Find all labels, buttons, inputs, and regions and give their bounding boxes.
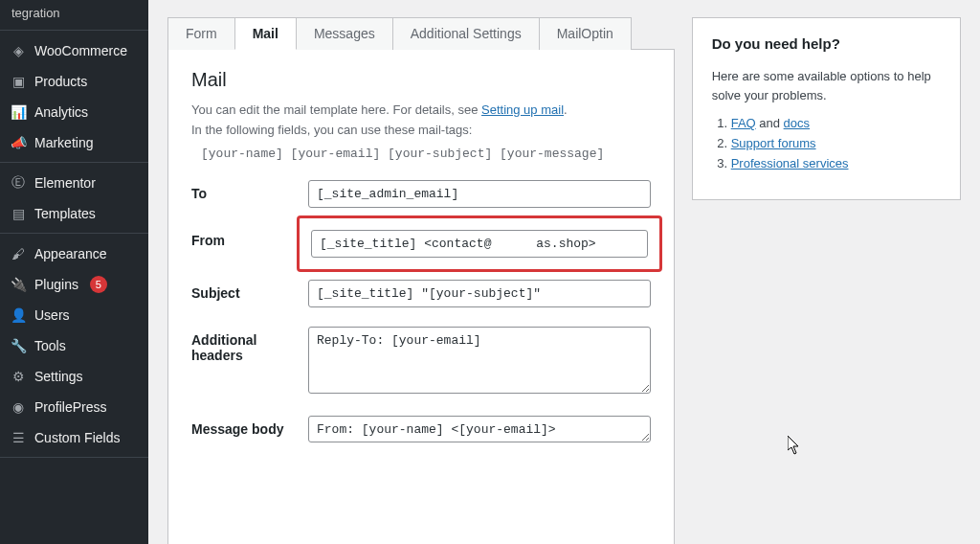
help-item-1: FAQ and docs <box>731 116 941 130</box>
mail-tags-display: [your-name] [your-email] [your-subject] … <box>201 147 651 161</box>
setting-up-mail-link[interactable]: Setting up mail <box>481 102 564 117</box>
to-input[interactable] <box>308 180 651 208</box>
elementor-icon: Ⓔ <box>10 174 27 192</box>
sidebar-separator <box>0 457 148 463</box>
appearance-icon: 🖌 <box>10 245 27 262</box>
sidebar-item-products[interactable]: ▣ Products <box>0 66 148 97</box>
tab-form[interactable]: Form <box>167 17 235 50</box>
sidebar-item-elementor[interactable]: Ⓔ Elementor <box>0 168 148 198</box>
to-label: To <box>191 180 308 201</box>
help-box-intro: Here are some available options to help … <box>712 67 941 104</box>
tab-mailoptin[interactable]: MailOptin <box>539 17 632 50</box>
tab-messages[interactable]: Messages <box>296 17 393 50</box>
sidebar-item-settings[interactable]: ⚙ Settings <box>0 361 148 392</box>
sidebar-item-label: Plugins <box>34 277 78 292</box>
sidebar-item-profilepress[interactable]: ◉ ProfilePress <box>0 392 148 422</box>
main-content: Form Mail Messages Additional Settings M… <box>148 0 980 544</box>
analytics-icon: 📊 <box>10 103 27 121</box>
faq-link[interactable]: FAQ <box>731 116 756 130</box>
sidebar-item-label: Custom Fields <box>34 430 120 445</box>
message-body-textarea[interactable]: From: [your-name] <[your-email]> <box>308 416 651 442</box>
from-highlight <box>297 215 662 272</box>
message-body-label: Message body <box>191 416 308 437</box>
sidebar-item-label: WooCommerce <box>34 43 127 58</box>
help-text-2: In the following fields, you can use the… <box>191 123 472 137</box>
sidebar-item-users[interactable]: 👤 Users <box>0 300 148 330</box>
help-text-1a: You can edit the mail template here. For… <box>191 102 481 117</box>
products-icon: ▣ <box>10 73 27 90</box>
sidebar-item-analytics[interactable]: 📊 Analytics <box>0 97 148 127</box>
mail-panel: Mail You can edit the mail template here… <box>167 49 675 544</box>
additional-headers-label: Additional headers <box>191 327 308 363</box>
woocommerce-icon: ◈ <box>10 42 27 59</box>
help-item-2: Support forums <box>731 136 941 150</box>
sidebar-item-label: Elementor <box>34 175 96 191</box>
subject-input[interactable] <box>308 280 651 307</box>
admin-sidebar: tegration ◈ WooCommerce ▣ Products 📊 Ana… <box>0 0 148 544</box>
help-item-3: Professional services <box>731 156 941 170</box>
users-icon: 👤 <box>10 306 27 324</box>
from-label: From <box>191 227 308 248</box>
form-row-message-body: Message body From: [your-name] <[your-em… <box>191 416 651 445</box>
panel-help-text: You can edit the mail template here. For… <box>191 101 651 141</box>
sidebar-item-appearance[interactable]: 🖌 Appearance <box>0 238 148 269</box>
tab-bar: Form Mail Messages Additional Settings M… <box>167 17 675 50</box>
sidebar-item-label: Settings <box>34 369 83 384</box>
additional-headers-textarea[interactable]: Reply-To: [your-email] <box>308 327 651 394</box>
sidebar-item-templates[interactable]: ▤ Templates <box>0 198 148 229</box>
help-box-list: FAQ and docs Support forums Professional… <box>712 116 941 170</box>
form-row-from: From <box>191 227 651 261</box>
sidebar-item-label: Users <box>34 307 70 323</box>
tab-mail[interactable]: Mail <box>234 17 297 50</box>
sidebar-item-label: ProfilePress <box>34 399 106 415</box>
tools-icon: 🔧 <box>10 337 27 354</box>
form-row-to: To <box>191 180 651 208</box>
help-item-middle: and <box>756 116 784 130</box>
settings-icon: ⚙ <box>10 368 27 385</box>
tab-additional-settings[interactable]: Additional Settings <box>392 17 540 50</box>
sidebar-item-marketing[interactable]: 📣 Marketing <box>0 127 148 158</box>
sidebar-item-plugins[interactable]: 🔌 Plugins 5 <box>0 269 148 300</box>
plugins-badge: 5 <box>90 276 107 293</box>
marketing-icon: 📣 <box>10 134 27 151</box>
sidebar-item-label: Analytics <box>34 104 88 120</box>
sidebar-item-label: Templates <box>34 206 96 221</box>
help-sidebar-box: Do you need help? Here are some availabl… <box>692 17 961 200</box>
form-row-additional-headers: Additional headers Reply-To: [your-email… <box>191 327 651 397</box>
custom-fields-icon: ☰ <box>10 429 27 446</box>
sidebar-item-label: Products <box>34 74 87 89</box>
support-forums-link[interactable]: Support forums <box>731 136 816 150</box>
subject-label: Subject <box>191 280 308 301</box>
docs-link[interactable]: docs <box>784 116 810 130</box>
sidebar-item-label: Marketing <box>34 135 93 150</box>
sidebar-item-woocommerce[interactable]: ◈ WooCommerce <box>0 35 148 66</box>
from-input[interactable] <box>311 230 648 258</box>
profilepress-icon: ◉ <box>10 398 27 416</box>
form-row-subject: Subject <box>191 280 651 307</box>
professional-services-link[interactable]: Professional services <box>731 156 849 170</box>
sidebar-item-label: Appearance <box>34 246 107 261</box>
sidebar-top-fragment: tegration <box>0 0 148 26</box>
sidebar-item-tools[interactable]: 🔧 Tools <box>0 330 148 361</box>
templates-icon: ▤ <box>10 205 27 222</box>
sidebar-item-label: Tools <box>34 338 66 353</box>
help-text-1b: . <box>564 102 568 117</box>
panel-heading: Mail <box>191 69 651 91</box>
sidebar-item-custom-fields[interactable]: ☰ Custom Fields <box>0 422 148 453</box>
plugins-icon: 🔌 <box>10 276 27 293</box>
help-box-title: Do you need help? <box>712 35 941 52</box>
